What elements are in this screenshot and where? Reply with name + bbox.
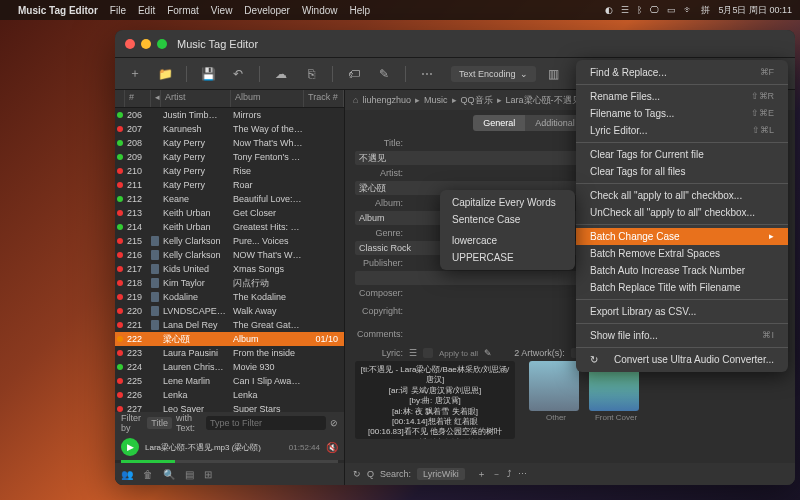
col-header-num[interactable]: # [125, 90, 151, 107]
status-icon[interactable]: 🖵 [650, 5, 659, 15]
status-icon[interactable]: ☰ [621, 5, 629, 15]
sm-uppercase[interactable]: UPPERCASE [440, 249, 575, 266]
table-row[interactable]: 214Keith UrbanGreatest Hits: 18 Kids [115, 220, 344, 234]
menu-window[interactable]: Window [302, 5, 338, 16]
datetime[interactable]: 5月5日 周日 00:11 [718, 4, 792, 17]
menu-file[interactable]: File [110, 5, 126, 16]
cm-lyric[interactable]: Lyric Editor...⇧⌘L [576, 122, 788, 139]
filter-field-select[interactable]: Title [147, 417, 172, 429]
people-icon[interactable]: 👥 [121, 469, 133, 480]
edit-button[interactable]: ✎ [372, 63, 396, 85]
cm-batch-spaces[interactable]: Batch Remove Extral Spaces [576, 245, 788, 262]
track-list[interactable]: 206Justin Timb…Mirrors207KaruneshThe Way… [115, 108, 344, 412]
menu-edit[interactable]: Edit [138, 5, 155, 16]
more-button[interactable]: ⋯ [415, 63, 439, 85]
table-row[interactable]: 209Katy PerryTony Fenton's 50 Favo… [115, 150, 344, 164]
text-encoding-select[interactable]: Text Encoding ⌄ [451, 66, 536, 82]
filter-input[interactable] [206, 416, 326, 430]
lyric-textarea[interactable]: [ti:不遇见 - Lara梁心頤/Bae林采欣/刘思涵/唐汉][ar:词 吴斌… [355, 361, 515, 439]
table-row[interactable]: 220LVNDSCAPE…Walk Away [115, 304, 344, 318]
cm-batch-title[interactable]: Batch Replace Title with Filename [576, 279, 788, 296]
trash-icon[interactable]: 🗑 [143, 469, 153, 480]
menu-help[interactable]: Help [350, 5, 371, 16]
status-icon[interactable]: ◐ [605, 5, 613, 15]
clear-filter-icon[interactable]: ⊘ [330, 418, 338, 428]
cm-batch-case[interactable]: Batch Change Case▸ [576, 228, 788, 245]
lyric-action-icon[interactable]: ☰ [409, 348, 417, 358]
table-row[interactable]: 222梁心頤Album01/10 [115, 332, 344, 346]
menu-view[interactable]: View [211, 5, 233, 16]
table-row[interactable]: 207KaruneshThe Way of the Heart [115, 122, 344, 136]
table-row[interactable]: 223Laura PausiniFrom the inside [115, 346, 344, 360]
ime-icon[interactable]: 拼 [701, 4, 710, 17]
add-button[interactable]: ＋ [123, 63, 147, 85]
save-button[interactable]: 💾 [196, 63, 220, 85]
cm-batch-track[interactable]: Batch Auto Increase Track Number [576, 262, 788, 279]
cm-clear-all[interactable]: Clear Tags for all files [576, 163, 788, 180]
col-header-track[interactable]: Track # [304, 90, 344, 107]
table-row[interactable]: 217Kids UnitedXmas Songs [115, 262, 344, 276]
remove-icon[interactable]: － [492, 468, 501, 481]
table-row[interactable]: 216Kelly ClarksonNOW That's What I Cal… [115, 248, 344, 262]
table-row[interactable]: 218Kim Taylor闪点行动 [115, 276, 344, 290]
menu-developer[interactable]: Developer [244, 5, 290, 16]
apply-checkbox[interactable] [423, 348, 433, 358]
sm-capitalize[interactable]: Capitalize Every Words [440, 194, 575, 211]
minimize-button[interactable] [141, 39, 151, 49]
table-row[interactable]: 219KodalineThe Kodaline [115, 290, 344, 304]
cm-fileinfo[interactable]: Show file info...⌘I [576, 327, 788, 344]
cm-convert[interactable]: ↻ Convert use Ultra Audio Converter... [576, 351, 788, 368]
sm-lowercase[interactable]: lowercace [440, 232, 575, 249]
bluetooth-icon[interactable]: ᛒ [637, 5, 642, 15]
close-button[interactable] [125, 39, 135, 49]
undo-button[interactable]: ↶ [226, 63, 250, 85]
table-row[interactable]: 221Lana Del ReyThe Great Gatsby (Mu… [115, 318, 344, 332]
cloud-button[interactable]: ☁ [269, 63, 293, 85]
action-button[interactable]: ⎘ [299, 63, 323, 85]
refresh-icon[interactable]: ↻ [353, 469, 361, 479]
table-row[interactable]: 213Keith UrbanGet Closer [115, 206, 344, 220]
table-row[interactable]: 210Katy PerryRise [115, 164, 344, 178]
artwork-thumb[interactable] [529, 361, 579, 411]
table-row[interactable]: 211Katy PerryRoar [115, 178, 344, 192]
cm-uncheck-all[interactable]: UnCheck all "apply to all" checkbox... [576, 204, 788, 221]
menubar-app-name[interactable]: Music Tag Editor [18, 5, 98, 16]
grid-icon[interactable]: ⊞ [204, 469, 212, 480]
tag-button[interactable]: 🏷 [342, 63, 366, 85]
cm-check-all[interactable]: Check all "apply to all" checkbox... [576, 187, 788, 204]
cm-export[interactable]: Export Library as CSV... [576, 303, 788, 320]
play-button[interactable]: ▶ [121, 438, 139, 456]
wifi-icon[interactable]: ᯤ [684, 5, 693, 15]
table-row[interactable]: 227Leo SayerSuper Stars [115, 402, 344, 412]
list-icon[interactable]: ▤ [185, 469, 194, 480]
table-row[interactable]: 215Kelly ClarksonPure... Voices [115, 234, 344, 248]
more-icon[interactable]: ⋯ [518, 469, 527, 479]
edit-icon[interactable]: ✎ [484, 348, 492, 358]
panel-toggle-button[interactable]: ▥ [542, 63, 566, 85]
menu-format[interactable]: Format [167, 5, 199, 16]
table-row[interactable]: 206Justin Timb…Mirrors [115, 108, 344, 122]
table-row[interactable]: 226LenkaLenka [115, 388, 344, 402]
tab-general[interactable]: General [473, 115, 525, 131]
volume-icon[interactable]: 🔇 [326, 442, 338, 453]
sm-sentence[interactable]: Sentence Case [440, 211, 575, 228]
cm-filename[interactable]: Filename to Tags...⇧⌘E [576, 105, 788, 122]
player-progress[interactable] [121, 460, 338, 463]
table-row[interactable]: 208Katy PerryNow That's What I Call… [115, 136, 344, 150]
export-icon[interactable]: ⤴ [507, 469, 512, 479]
list-header[interactable]: # ◂ Artist Album Track # [115, 90, 344, 108]
folder-button[interactable]: 📁 [153, 63, 177, 85]
col-header-artist[interactable]: Artist [161, 90, 231, 107]
search-engine-select[interactable]: LyricWiki [417, 468, 465, 480]
search-icon[interactable]: 🔍 [163, 469, 175, 480]
col-header-album[interactable]: Album [231, 90, 304, 107]
battery-icon[interactable]: ▭ [667, 5, 676, 15]
zoom-button[interactable] [157, 39, 167, 49]
table-row[interactable]: 224Lauren Chris…Movie 930 [115, 360, 344, 374]
cm-rename[interactable]: Rename Files...⇧⌘R [576, 88, 788, 105]
table-row[interactable]: 225Lene MarlinCan I Slip Away From… [115, 374, 344, 388]
cm-find[interactable]: Find & Replace...⌘F [576, 64, 788, 81]
table-row[interactable]: 212KeaneBeautiful Love:The Indi… [115, 192, 344, 206]
cm-clear-current[interactable]: Clear Tags for Current file [576, 146, 788, 163]
add-icon[interactable]: ＋ [477, 468, 486, 481]
